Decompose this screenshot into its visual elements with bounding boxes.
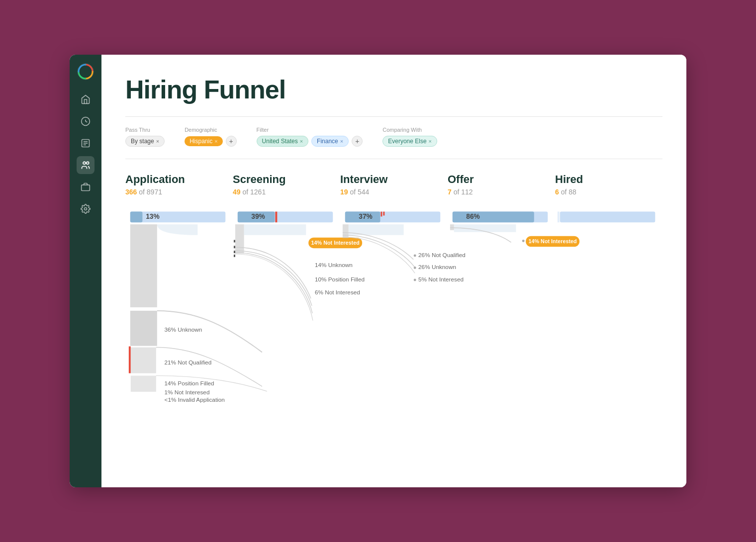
stage-application-title: Application [125,173,233,186]
interview-notinterested-label: 5% Not Interesed [418,276,464,282]
sidebar-item-people[interactable] [77,156,94,174]
stage-interview: Interview 19 of 544 [340,173,448,196]
application-bg-bar [130,212,225,223]
svg-line-3 [86,121,87,122]
stage-hired-main-count: 6 [555,188,559,196]
app-notqualified-red [129,347,131,373]
filter-label-demographic: Demographic [185,127,236,133]
tag-united-states-label: United States [262,138,298,145]
stage-offer-title: Offer [448,173,555,186]
flow-screen-to-interview [244,224,306,235]
tag-by-stage-label: By stage [131,138,154,145]
filter-label-pass-thru: Pass Thru [125,127,165,133]
sidebar-item-reports[interactable] [77,134,94,152]
stage-screening-main-count: 49 [233,188,241,196]
application-pct-label: 13% [146,213,160,220]
filter-divider [125,159,662,159]
hired-tiny-bar [558,212,560,223]
interview-pct-label: 37% [359,213,373,220]
page-title: Hiring Funnel [125,75,662,104]
demographic-add-button[interactable]: + [226,136,237,147]
tag-hispanic[interactable]: Hispanic × [185,136,222,146]
comparing-tags: Everyone Else × [382,136,437,147]
offer-pct-label: 86% [466,213,480,220]
interview-red-marker1 [380,212,382,217]
filter-group-filter: Filter United States × Finance × + [257,127,363,147]
tag-by-stage-close[interactable]: × [156,138,159,144]
app-unknown-label: 36% Unknown [165,326,202,333]
stage-screening: Screening 49 of 1261 [233,173,340,196]
sidebar-item-jobs[interactable] [77,178,94,196]
stage-hired-title: Hired [555,173,662,186]
svg-point-8 [83,162,86,164]
sidebar-item-home[interactable] [77,90,94,108]
tag-finance-label: Finance [317,138,338,145]
interview-block [343,224,349,238]
funnel-visualization: 13% 39% 37% 86% [125,204,662,413]
sidebar-item-settings[interactable] [77,200,94,218]
app-posfilled-block [131,375,156,391]
stage-screening-count: 49 of 1261 [233,188,340,196]
svg-rect-10 [82,185,90,191]
tag-everyone-else[interactable]: Everyone Else × [382,136,437,147]
filter-group-demographic: Demographic Hispanic × + [185,127,236,147]
stage-application: Application 366 of 8971 [125,173,233,196]
app-posfilled-label: 14% Position Filled [165,380,214,386]
screen-tick1 [234,240,235,243]
screen-tick4 [234,255,235,257]
stages-header: Application 366 of 8971 Screening 49 of … [125,173,662,196]
filter-label-filter: Filter [257,127,363,133]
sidebar-item-analytics[interactable] [77,112,94,130]
tag-everyone-else-label: Everyone Else [388,138,426,145]
app-invalid-label: <1% Invalid Application [165,397,225,403]
stage-hired-count: 6 of 88 [555,188,662,196]
interview-dot1 [414,255,416,257]
screen-notinterested-label: 6% Not Interesed [315,289,360,296]
tag-united-states-close[interactable]: × [300,138,303,144]
tag-united-states[interactable]: United States × [257,136,308,147]
filter-group-comparing: Comparing with Everyone Else × [382,127,437,147]
filter-label-comparing: Comparing with [382,127,437,133]
sidebar [70,55,101,487]
stage-offer-main-count: 7 [448,188,452,196]
screen-badge-label: 14% Not Interested [311,240,360,246]
interview-red-marker2 [383,212,384,216]
hired-bg-bar [560,212,655,223]
stage-screening-title: Screening [233,173,340,186]
interview-notqualified-label: 26% Not Qualified [418,252,466,258]
stage-interview-count: 19 of 544 [340,188,448,196]
svg-point-9 [87,162,89,164]
svg-point-11 [85,208,87,210]
stage-hired: Hired 6 of 88 [555,173,662,196]
application-block [130,224,157,307]
tag-everyone-else-close[interactable]: × [429,138,432,144]
screening-block [235,224,244,254]
filter-add-button[interactable]: + [352,136,363,147]
stage-application-count: 366 of 8971 [125,188,233,196]
filter-bar: Pass Thru By stage × Demographic Hispani… [125,127,662,147]
interview-dot2 [414,267,416,269]
screen-tick3 [234,251,235,253]
flow-app-to-screen [157,224,197,235]
interview-unknown-label: 26% Unknown [418,264,456,270]
tag-hispanic-label: Hispanic [189,138,212,145]
offer-block [450,224,454,230]
filter-tags: United States × Finance × + [257,136,363,147]
filter-group-pass-thru: Pass Thru By stage × [125,127,165,147]
stage-offer: Offer 7 of 112 [448,173,555,196]
tag-by-stage[interactable]: By stage × [125,136,165,147]
app-logo[interactable] [77,63,94,81]
main-content: Hiring Funnel Pass Thru By stage × Demog… [101,55,686,487]
tag-finance[interactable]: Finance × [311,136,349,147]
stage-offer-count: 7 of 112 [448,188,555,196]
offer-main-bar [453,212,534,223]
interview-dot3 [414,279,416,281]
tag-hispanic-close[interactable]: × [214,138,217,144]
app-unknown-block [130,311,157,346]
tag-finance-close[interactable]: × [340,138,343,144]
screen-d2-flow [235,251,312,306]
app-notqualified-label: 21% Not Qualified [165,359,212,365]
funnel-svg: 13% 39% 37% 86% [125,204,662,413]
screen-d4-flow [235,254,313,321]
offer-dot1 [522,240,525,242]
